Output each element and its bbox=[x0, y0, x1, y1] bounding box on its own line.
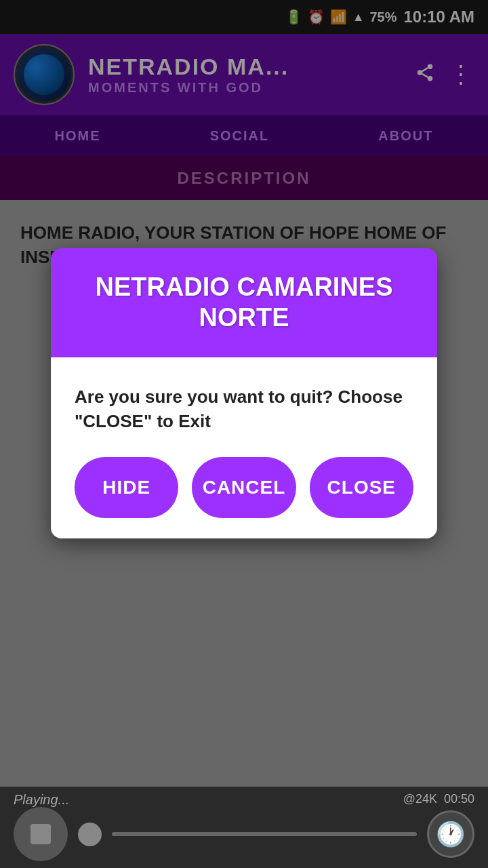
player-status: Playing... bbox=[14, 792, 69, 808]
stop-button[interactable] bbox=[14, 807, 68, 861]
dialog-header: NETRADIO CAMARINES NORTE bbox=[51, 248, 437, 357]
clock-icon: 🕐 bbox=[436, 821, 466, 848]
cancel-button[interactable]: CANCEL bbox=[192, 457, 296, 518]
dialog-body: Are you sure you want to quit? Choose "C… bbox=[51, 357, 437, 539]
dialog-message: Are you sure you want to quit? Choose "C… bbox=[75, 384, 413, 434]
dialog: NETRADIO CAMARINES NORTE Are you sure yo… bbox=[51, 248, 437, 539]
close-button[interactable]: CLOSE bbox=[310, 457, 413, 518]
player-slider[interactable] bbox=[78, 823, 417, 846]
slider-knob[interactable] bbox=[78, 823, 102, 846]
dialog-title: NETRADIO CAMARINES NORTE bbox=[71, 272, 417, 334]
bottom-player: Playing... @24K 00:50 🕐 bbox=[0, 787, 488, 868]
dialog-buttons: HIDE CANCEL CLOSE bbox=[75, 457, 413, 518]
clock-button[interactable]: 🕐 bbox=[427, 810, 474, 858]
dialog-overlay: NETRADIO CAMARINES NORTE Are you sure yo… bbox=[0, 0, 488, 787]
slider-track[interactable] bbox=[112, 832, 417, 836]
hide-button[interactable]: HIDE bbox=[75, 457, 178, 518]
stop-icon bbox=[30, 824, 51, 844]
player-bitrate: @24K 00:50 bbox=[403, 792, 474, 806]
